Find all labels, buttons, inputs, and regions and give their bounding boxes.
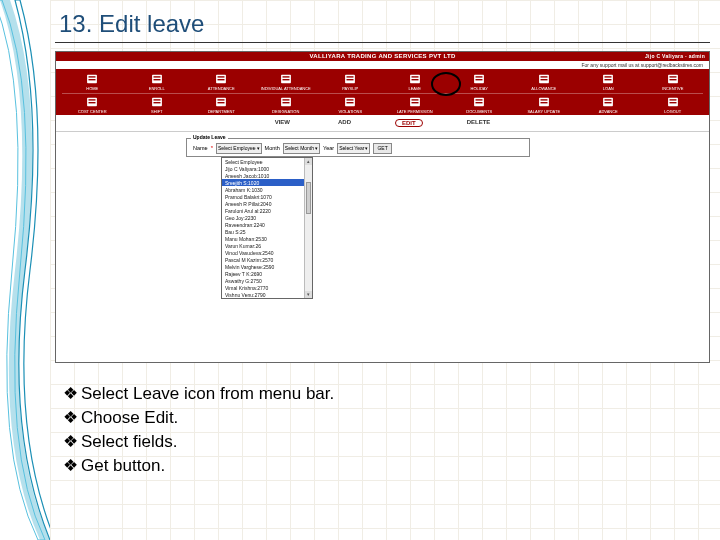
tab-delete[interactable]: DELETE — [463, 119, 495, 127]
dropdown-option[interactable]: Melvin Varghese:2590 — [222, 263, 312, 270]
chevron-down-icon: ▾ — [315, 145, 318, 151]
svg-rect-2 — [89, 79, 96, 80]
dropdown-option[interactable]: Varun Kumar:26 — [222, 242, 312, 249]
svg-rect-16 — [411, 76, 418, 77]
month-select[interactable]: Select Month▾ — [283, 143, 320, 154]
menu-item-attendance[interactable]: ATTENDANCE — [189, 72, 254, 92]
dropdown-option[interactable]: Sreejith S:1020 — [222, 179, 312, 186]
svg-rect-4 — [153, 76, 160, 77]
tab-view[interactable]: VIEW — [271, 119, 294, 127]
menu-item-designation[interactable]: DESIGNATION — [254, 95, 319, 115]
menu-item-logout[interactable]: LOGOUT — [641, 95, 706, 115]
svg-rect-17 — [411, 79, 418, 80]
chevron-down-icon: ▾ — [257, 145, 260, 151]
tab-add[interactable]: ADD — [334, 119, 355, 127]
dropdown-option[interactable]: Aneesh R Pillai:2040 — [222, 200, 312, 207]
required-star: * — [211, 145, 213, 151]
menu-item-cost-center[interactable]: COST CENTER — [60, 95, 125, 115]
bullet-item: ❖Choose Edit. — [63, 407, 710, 428]
svg-rect-19 — [476, 76, 483, 77]
svg-rect-43 — [347, 99, 354, 100]
dropdown-option[interactable]: Vishnu Venu:2790 — [222, 291, 312, 298]
menu-item-payslip[interactable]: PAYSLIP — [318, 72, 383, 92]
svg-rect-7 — [218, 76, 225, 77]
svg-rect-37 — [218, 99, 225, 100]
menu-item-shift[interactable]: SHIFT — [125, 95, 190, 115]
svg-rect-10 — [282, 76, 289, 77]
svg-rect-38 — [218, 102, 225, 103]
svg-rect-59 — [669, 102, 676, 103]
dropdown-option[interactable]: Faruloni Arul al:2220 — [222, 207, 312, 214]
scroll-up-arrow[interactable]: ▴ — [305, 158, 312, 165]
bullet-item: ❖Select Leave icon from menu bar. — [63, 383, 710, 404]
dropdown-option[interactable]: Aneesh Jacob:1010 — [222, 172, 312, 179]
menu-item-advance[interactable]: ADVANCE — [576, 95, 641, 115]
svg-rect-29 — [669, 79, 676, 80]
menu-item-salary-update[interactable]: SALARY UPDATE — [512, 95, 577, 115]
menu-item-allowance[interactable]: ALLOWANCE — [512, 72, 577, 92]
year-label: Year — [323, 145, 334, 151]
menu-item-documents[interactable]: DOCUMENTS — [447, 95, 512, 115]
svg-rect-28 — [669, 76, 676, 77]
scroll-thumb[interactable] — [306, 182, 311, 214]
menu-item-incentive[interactable]: INCENTIVE — [641, 72, 706, 92]
svg-rect-50 — [476, 102, 483, 103]
dropdown-option[interactable]: Raveendran:2240 — [222, 221, 312, 228]
scroll-down-arrow[interactable]: ▾ — [305, 291, 312, 298]
month-label: Month — [265, 145, 280, 151]
svg-rect-23 — [540, 79, 547, 80]
svg-rect-56 — [605, 102, 612, 103]
dropdown-option[interactable]: Vinod Vasudeva:2540 — [222, 249, 312, 256]
name-select[interactable]: Select Employee▾ — [216, 143, 262, 154]
dropdown-option[interactable]: Manu Mohan:2530 — [222, 235, 312, 242]
dropdown-option[interactable]: Bau S:25 — [222, 228, 312, 235]
get-button[interactable]: GET — [373, 143, 391, 154]
dropdown-option[interactable]: Vimal Krishna:2770 — [222, 284, 312, 291]
menu-item-enroll[interactable]: ENROLL — [125, 72, 190, 92]
heading-underline — [55, 42, 710, 43]
svg-rect-53 — [540, 102, 547, 103]
support-bar: For any support mail us at support@redba… — [56, 60, 709, 70]
svg-rect-46 — [411, 99, 418, 100]
fieldset-legend: Update Leave — [191, 134, 228, 140]
svg-rect-35 — [153, 102, 160, 103]
dropdown-option[interactable]: Geo Joy:2230 — [222, 214, 312, 221]
svg-rect-31 — [89, 99, 96, 100]
dropdown-scrollbar[interactable]: ▴ ▾ — [304, 158, 312, 298]
main-menu-bar: HOMEENROLLATTENDANCEINDIVIDUAL ATTENDANC… — [56, 70, 709, 115]
leave-icon-highlight-circle — [431, 72, 461, 96]
dropdown-option[interactable]: Jijo C Valiyara:1000 — [222, 165, 312, 172]
svg-rect-55 — [605, 99, 612, 100]
employee-dropdown-open[interactable]: Select EmployeeJijo C Valiyara:1000Anees… — [221, 157, 313, 299]
svg-rect-14 — [347, 79, 354, 80]
dropdown-option[interactable]: Pramod Balakri:1070 — [222, 193, 312, 200]
menu-item-individual-attendance[interactable]: INDIVIDUAL ATTENDANCE — [254, 72, 319, 92]
bullet-item: ❖Select fields. — [63, 431, 710, 452]
svg-rect-13 — [347, 76, 354, 77]
app-screenshot: VALLIYARA TRADING AND SERVICES PVT LTD J… — [55, 51, 710, 363]
menu-item-department[interactable]: DEPARTMENT — [189, 95, 254, 115]
svg-rect-8 — [218, 79, 225, 80]
tab-edit[interactable]: EDIT — [395, 119, 423, 127]
chevron-down-icon: ▾ — [365, 145, 368, 151]
dropdown-option[interactable]: Abraham K:1030 — [222, 186, 312, 193]
update-leave-fieldset: Update Leave Name* Select Employee▾ Mont… — [186, 138, 530, 157]
svg-rect-52 — [540, 99, 547, 100]
dropdown-option[interactable]: Rajeev T K:2690 — [222, 270, 312, 277]
svg-rect-26 — [605, 79, 612, 80]
svg-rect-34 — [153, 99, 160, 100]
menu-item-loan[interactable]: LOAN — [576, 72, 641, 92]
bullet-item: ❖Get button. — [63, 455, 710, 476]
dropdown-option[interactable]: Select Employee — [222, 158, 312, 165]
dropdown-option[interactable]: Aswathy G:2750 — [222, 277, 312, 284]
menu-item-late-permission[interactable]: LATE PERMISSION — [383, 95, 448, 115]
slide-heading: 13. Edit leave — [59, 10, 710, 38]
sub-tabs: VIEW ADD EDIT DELETE — [56, 115, 709, 132]
svg-rect-58 — [669, 99, 676, 100]
menu-item-violations[interactable]: VIOLATIONS — [318, 95, 383, 115]
menu-item-home[interactable]: HOME — [60, 72, 125, 92]
year-select[interactable]: Select Year▾ — [337, 143, 370, 154]
svg-rect-1 — [89, 76, 96, 77]
current-user-label: Jijo C Valiyara - admin — [645, 53, 705, 59]
dropdown-option[interactable]: Pascal M Kazim:2570 — [222, 256, 312, 263]
